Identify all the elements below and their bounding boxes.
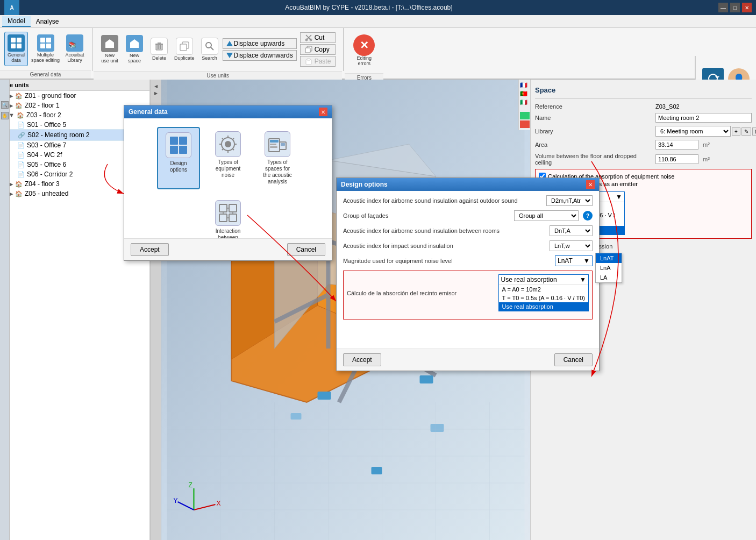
magnitude-row: Magnitude used for equipment noise level…	[343, 255, 593, 266]
svg-rect-2	[11, 44, 16, 48]
svg-rect-0	[11, 38, 16, 42]
general-accept-button[interactable]: Accept	[131, 243, 169, 256]
magnitude-option-lna[interactable]: LnA	[596, 263, 622, 273]
library-add-button[interactable]: +	[732, 127, 740, 136]
displace-upwards-label: Displace upwards	[234, 40, 285, 47]
name-input[interactable]	[655, 113, 752, 123]
expand-left-icon[interactable]: ▶	[154, 91, 158, 96]
magnitude-option-la[interactable]: LA	[596, 273, 622, 282]
displace-upwards-button[interactable]: Displace upwards	[223, 38, 297, 49]
svg-rect-5	[46, 38, 51, 42]
general-data-dialog-title: General data	[129, 108, 168, 116]
library-edit-button[interactable]: ✎	[741, 127, 751, 136]
design-absorption-opt-2[interactable]: T = T0 = 0.5s (A = 0.16 · V / T0)	[499, 294, 588, 302]
calc-absorption-label: Cálculo de la absorción del recinto emis…	[347, 290, 494, 296]
tree-item-z05-label: Z05 - unheated	[25, 190, 68, 197]
paste-button[interactable]: Paste	[300, 56, 336, 67]
new-use-unit-icon	[101, 35, 118, 52]
magnitude-option-lnat[interactable]: LnAT	[596, 253, 622, 263]
design-absorption-opt-1[interactable]: A = A0 = 10m2	[499, 285, 588, 294]
general-data-dialog-close[interactable]: ✕	[319, 108, 327, 116]
airborne-outdoor-row: Acoustic index for airborne sound insula…	[343, 195, 593, 206]
search-icon	[201, 38, 218, 55]
editing-errors-button[interactable]: ✕ Editingerrors	[349, 30, 379, 71]
cut-label: Cut	[315, 34, 325, 41]
close-button[interactable]: ✕	[742, 3, 752, 12]
toolbar-use-units-section: Newuse unit Newspace Delete Duplicate	[94, 28, 342, 79]
flag-france[interactable]: 🇫🇷	[520, 82, 530, 89]
area-input[interactable]	[655, 140, 698, 150]
general-data-label: Generaldata	[8, 53, 25, 63]
new-use-unit-button[interactable]: Newuse unit	[98, 33, 122, 66]
acoustic-spaces-icon	[265, 131, 290, 157]
general-cancel-button[interactable]: Cancel	[287, 243, 325, 256]
svg-rect-56	[170, 146, 178, 154]
design-absorption-section: Cálculo de la absorción del recinto emis…	[343, 271, 593, 319]
dialog-option-acoustic-spaces[interactable]: Types of spaces forthe acoustic analysis	[256, 127, 299, 189]
design-absorption-dropdown[interactable]: Use real absorption ▼ A = A0 = 10m2 T = …	[498, 274, 589, 311]
svg-rect-57	[179, 146, 187, 154]
library-grid-button[interactable]: ⊞	[752, 127, 756, 136]
facades-select[interactable]: Group all	[514, 210, 579, 221]
facades-row: Group of façades Group all ?	[343, 210, 593, 221]
svg-rect-7	[46, 44, 51, 48]
design-options-dialog-close[interactable]: ✕	[586, 180, 595, 189]
copy-button[interactable]: Copy	[300, 44, 336, 55]
green-flag[interactable]	[520, 112, 530, 119]
general-data-dialog-footer: Accept Cancel	[124, 238, 332, 260]
general-data-button[interactable]: Generaldata	[4, 32, 28, 66]
displace-downwards-button[interactable]: Displace downwards	[223, 50, 297, 61]
svg-rect-34	[420, 375, 433, 383]
design-absorption-opt-3[interactable]: Use real absorption	[499, 302, 588, 311]
dialog-option-design[interactable]: Designoptions	[157, 127, 200, 189]
toolbar: Generaldata Multiplespace editing 📚 Acou…	[0, 28, 756, 80]
svg-text:X: X	[217, 500, 221, 507]
volume-input[interactable]	[655, 154, 698, 164]
library-button[interactable]: 📚 AcouibatLibrary	[63, 32, 87, 66]
zoom-icon[interactable]: 🔍	[1, 101, 9, 109]
new-use-unit-label: Newuse unit	[101, 53, 118, 64]
menu-analyse[interactable]: Analyse	[31, 17, 65, 26]
red-flag[interactable]	[520, 120, 530, 128]
tree-item-z01[interactable]: ▶ 🏠 Z01 - ground floor	[0, 91, 149, 101]
airborne-outdoor-label: Acoustic index for airborne sound insula…	[343, 197, 542, 204]
flags-panel: 🇫🇷 🇵🇹 🇮🇹	[518, 80, 530, 130]
menu-model[interactable]: Model	[2, 16, 31, 27]
library-select[interactable]: 6: Meeting room	[655, 126, 731, 137]
pan-icon[interactable]: ✋	[1, 112, 9, 119]
library-row: Library 6: Meeting room + ✎ ⊞	[535, 126, 752, 137]
collapse-left-icon[interactable]: ◀	[154, 84, 158, 89]
dialog-option-equipment-noise[interactable]: Types ofequipment noise	[206, 127, 249, 189]
impact-label: Acoustic index for impact sound insulati…	[343, 243, 545, 249]
volume-row: Volume between the floor and dropped cei…	[535, 153, 752, 166]
design-cancel-button[interactable]: Cancel	[554, 353, 593, 366]
svg-rect-65	[281, 143, 285, 146]
cut-paste-group: Cut Copy Paste	[298, 30, 338, 69]
minimize-button[interactable]: —	[718, 3, 728, 12]
duplicate-button[interactable]: Duplicate	[172, 35, 197, 63]
zone-icon: 🏠	[15, 93, 23, 100]
library-icon: 📚	[66, 34, 83, 52]
cut-button[interactable]: Cut	[300, 32, 336, 43]
airborne-outdoor-select[interactable]: D2m,nT,Atr	[546, 195, 593, 206]
space-icon: 📄	[17, 171, 25, 178]
space-selected-icon: 🔗	[18, 132, 25, 139]
tree-item-s04-label: S04 - WC 2f	[27, 151, 62, 159]
magnitude-dropdown[interactable]: LnAT ▼	[555, 255, 593, 266]
delete-button[interactable]: Delete	[147, 35, 171, 63]
search-button[interactable]: Search	[198, 35, 222, 63]
svg-rect-62	[270, 144, 276, 145]
library-label: AcouibatLibrary	[66, 53, 84, 63]
general-data-dialog-titlebar: General data ✕	[124, 105, 332, 118]
maximize-button[interactable]: □	[730, 3, 740, 12]
airborne-rooms-select[interactable]: DnT,A	[550, 225, 593, 236]
impact-select[interactable]: LnT,w	[550, 240, 593, 251]
facades-help-button[interactable]: ?	[583, 211, 593, 221]
flag-italy[interactable]: 🇮🇹	[520, 99, 530, 106]
flag-portugal[interactable]: 🇵🇹	[520, 90, 530, 98]
space-icon: 📄	[17, 122, 25, 129]
multiple-space-editing-button[interactable]: Multiplespace editing	[29, 32, 62, 66]
space-icon: 📄	[17, 161, 25, 168]
new-space-button[interactable]: Newspace	[123, 33, 146, 66]
design-accept-button[interactable]: Accept	[343, 353, 381, 366]
